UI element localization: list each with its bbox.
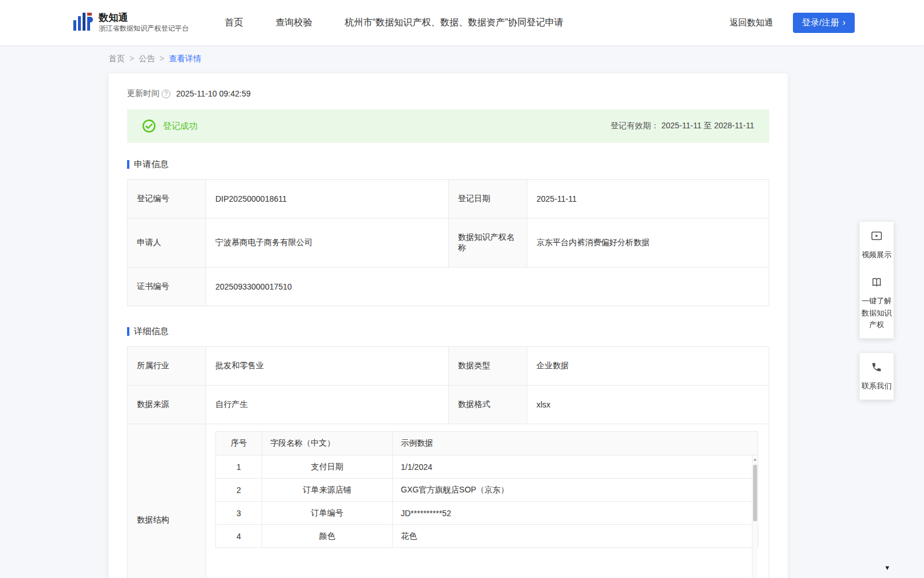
logo-subtitle: 浙江省数据知识产权登记平台 [99, 24, 189, 34]
scrollbar-thumb[interactable] [753, 465, 757, 521]
application-section-label: 申请信息 [134, 159, 169, 170]
chevron-right-icon: › [843, 18, 845, 27]
data-source-value: 自行产生 [206, 386, 449, 424]
applicant-value: 宁波慕商电子商务有限公司 [206, 218, 449, 268]
structure-table-cell: 2 [216, 479, 262, 502]
breadcrumb: 首页 公告 查看详情 [0, 45, 924, 73]
application-info-table: 登记编号 DIP2025000018611 登记日期 2025-11-11 申请… [127, 179, 769, 306]
data-format-label: 数据格式 [449, 386, 527, 424]
success-banner: 登记成功 登记有效期： 2025-11-11 至 2028-11-11 [127, 109, 769, 143]
video-showcase-label: 视频展示 [862, 250, 892, 259]
success-check-icon [142, 119, 156, 133]
industry-label: 所属行业 [128, 347, 206, 386]
structure-table-cell: 3 [216, 502, 262, 525]
floating-side-panel: 视频展示 一键了解数据知识产权 联系我们 [859, 221, 894, 400]
table-row: 申请人 宁波慕商电子商务有限公司 数据知识产权名称 京东平台内裤消费偏好分析数据 [128, 218, 769, 268]
ip-name-value: 京东平台内裤消费偏好分析数据 [527, 218, 769, 268]
main-nav: 首页 查询校验 杭州市“数据知识产权、数据、数据资产”协同登记申请 [225, 17, 564, 29]
section-accent-bar [127, 160, 129, 169]
reg-no-value: DIP2025000018611 [206, 180, 449, 218]
applicant-label: 申请人 [128, 218, 206, 268]
reg-date-label: 登记日期 [449, 180, 527, 218]
scrollbar-track[interactable]: ▲ [752, 455, 758, 578]
structure-table-cell: GXG官方旗舰店SOP（京东） [393, 479, 758, 502]
update-time-value: 2025-11-10 09:42:59 [176, 89, 251, 98]
structure-table-row: 3订单编号JD**********52 [216, 502, 758, 525]
back-to-shuzhitong-link[interactable]: 返回数知通 [730, 17, 773, 28]
ip-name-label: 数据知识产权名称 [449, 218, 527, 268]
structure-header-index: 序号 [216, 432, 262, 455]
structure-table-cell: 颜色 [262, 525, 393, 548]
data-format-value: xlsx [527, 386, 769, 424]
registration-status-text: 登记成功 [163, 121, 198, 132]
contact-us-label: 联系我们 [862, 381, 892, 390]
help-icon[interactable]: ? [162, 90, 170, 98]
cert-no-value: 20250933000017510 [206, 268, 769, 306]
scroll-down-icon[interactable]: ▼ [884, 564, 891, 571]
nav-item-home[interactable]: 首页 [225, 17, 243, 29]
breadcrumb-announcements[interactable]: 公告 [125, 54, 155, 64]
update-time-row: 更新时间 ? 2025-11-10 09:42:59 [127, 88, 769, 99]
structure-table-cell: 订单来源店铺 [262, 479, 393, 502]
structure-table-cell: 1 [216, 455, 262, 479]
breadcrumb-current: 查看详情 [155, 54, 201, 64]
update-time-label: 更新时间 [127, 88, 159, 99]
scrollbar-up-arrow-icon[interactable]: ▲ [752, 455, 758, 461]
breadcrumb-home[interactable]: 首页 [109, 54, 125, 64]
login-register-button[interactable]: 登录/注册 › [793, 13, 855, 33]
logo[interactable]: 数知通 浙江省数据知识产权登记平台 [72, 11, 189, 35]
detail-card: 更新时间 ? 2025-11-10 09:42:59 登记成功 登记有效期： 2… [108, 73, 788, 578]
reg-no-label: 登记编号 [128, 180, 206, 218]
section-accent-bar [127, 327, 129, 336]
structure-table-scroll-area[interactable]: 序号 字段名称（中文） 示例数据 1支付日期1/1/20242订单来源店铺GXG… [215, 431, 758, 578]
structure-table-header-row: 序号 字段名称（中文） 示例数据 [216, 432, 758, 455]
table-row: 所属行业 批发和零售业 数据类型 企业数据 [128, 347, 769, 386]
structure-table: 序号 字段名称（中文） 示例数据 1支付日期1/1/20242订单来源店铺GXG… [215, 431, 758, 548]
structure-table-cell: 1/1/2024 [393, 455, 758, 479]
learn-data-ip-label: 一键了解数据知识产权 [862, 297, 892, 328]
logo-icon [72, 11, 93, 35]
logo-title: 数知通 [99, 12, 189, 24]
structure-table-row: 2订单来源店铺GXG官方旗舰店SOP（京东） [216, 479, 758, 502]
table-row: 证书编号 20250933000017510 [128, 268, 769, 306]
reg-date-value: 2025-11-11 [527, 180, 769, 218]
nav-item-query[interactable]: 查询校验 [275, 17, 312, 29]
login-register-label: 登录/注册 [802, 17, 839, 28]
structure-table-body: 1支付日期1/1/20242订单来源店铺GXG官方旗舰店SOP（京东）3订单编号… [216, 455, 758, 548]
validity-label: 登记有效期： [610, 121, 659, 130]
video-icon [862, 229, 892, 246]
table-row: 登记编号 DIP2025000018611 登记日期 2025-11-11 [128, 180, 769, 218]
learn-data-ip-button[interactable]: 一键了解数据知识产权 [860, 268, 893, 338]
data-structure-cell: 序号 字段名称（中文） 示例数据 1支付日期1/1/20242订单来源店铺GXG… [206, 424, 769, 578]
data-source-label: 数据来源 [128, 386, 206, 424]
structure-table-cell: 花色 [393, 525, 758, 548]
data-type-value: 企业数据 [527, 347, 769, 386]
detail-info-table: 所属行业 批发和零售业 数据类型 企业数据 数据来源 自行产生 数据格式 xls… [127, 346, 769, 578]
validity-period: 登记有效期： 2025-11-11 至 2028-11-11 [610, 121, 754, 131]
structure-table-cell: JD**********52 [393, 502, 758, 525]
structure-table-row: 1支付日期1/1/2024 [216, 455, 758, 479]
cert-no-label: 证书编号 [128, 268, 206, 306]
structure-header-sample: 示例数据 [393, 432, 758, 455]
validity-value: 2025-11-11 至 2028-11-11 [661, 121, 754, 130]
structure-table-cell: 支付日期 [262, 455, 393, 479]
structure-header-field-name: 字段名称（中文） [262, 432, 393, 455]
book-icon [862, 276, 892, 292]
data-type-label: 数据类型 [449, 347, 527, 386]
table-row: 数据来源 自行产生 数据格式 xlsx [128, 386, 769, 424]
detail-section-label: 详细信息 [134, 326, 169, 337]
structure-table-cell: 订单编号 [262, 502, 393, 525]
nav-item-hangzhou-registration[interactable]: 杭州市“数据知识产权、数据、数据资产”协同登记申请 [345, 17, 564, 29]
phone-icon [862, 361, 892, 377]
detail-section-title: 详细信息 [127, 326, 769, 337]
top-header: 数知通 浙江省数据知识产权登记平台 首页 查询校验 杭州市“数据知识产权、数据、… [0, 0, 924, 45]
video-showcase-button[interactable]: 视频展示 [860, 222, 893, 268]
table-row: 数据结构 序号 字段名称（中文） 示例数据 1支付日期1/1/20242订单来源… [128, 424, 769, 578]
industry-value: 批发和零售业 [206, 347, 449, 386]
contact-us-button[interactable]: 联系我们 [860, 353, 893, 399]
structure-table-cell: 4 [216, 525, 262, 548]
structure-table-row: 4颜色花色 [216, 525, 758, 548]
application-section-title: 申请信息 [127, 159, 769, 170]
data-structure-label: 数据结构 [128, 424, 206, 578]
